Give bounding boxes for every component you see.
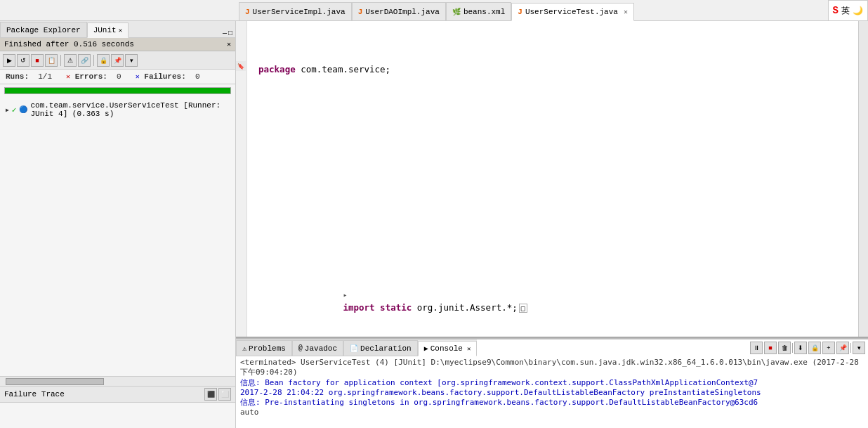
- tab-package-explorer[interactable]: Package Explorer: [0, 22, 87, 37]
- bottom-panel: ⚠ Problems @ Javadoc 📄 Declaration ▶: [236, 337, 868, 428]
- junit-test-tree[interactable]: ▶ ✓ 🔵 com.team.service.UserServiceTest […: [0, 97, 235, 376]
- xml-icon: 🌿: [452, 8, 461, 16]
- junit-progress-bar-fill: [5, 88, 230, 93]
- left-panel: Package Explorer JUnit ✕ — □ Finished af…: [0, 21, 236, 428]
- history-button[interactable]: 📋: [45, 54, 58, 67]
- declaration-label: Declaration: [360, 344, 412, 353]
- code-scroll-area[interactable]: package com.team.service; ▸ impor: [247, 21, 858, 337]
- toolbar-divider: [792, 343, 793, 353]
- tab-javadoc[interactable]: @ Javadoc: [292, 340, 343, 356]
- ime-moon: 🌙: [853, 6, 863, 16]
- left-tab-bar: Package Explorer JUnit ✕ — □: [0, 21, 235, 38]
- console-info-line1: 信息: Bean factory for application context…: [240, 377, 864, 388]
- vertical-scrollbar[interactable]: [858, 21, 868, 337]
- console-btn-pause[interactable]: ⏸: [750, 342, 763, 354]
- javadoc-icon: @: [298, 344, 303, 352]
- tab-declaration[interactable]: 📄 Declaration: [343, 340, 418, 356]
- ime-lang: 英: [841, 5, 850, 17]
- java-icon2: J: [358, 8, 363, 16]
- view-menu-button[interactable]: ▾: [125, 54, 138, 67]
- test-class-icon: 🔵: [19, 105, 27, 114]
- junit-stats: Runs: 1/1 ✕ Errors: 0 ✕ Failures: 0: [0, 70, 235, 84]
- junit-status-text: Finished after 0.516 seconds: [4, 40, 134, 48]
- rerun-button[interactable]: ▶: [3, 54, 15, 67]
- failure-trace-header: Failure Trace ⬛ ⬜: [0, 387, 235, 403]
- console-terminated-line: <terminated> UserServiceTest (4) [JUnit]…: [240, 358, 864, 377]
- junit-close-icon[interactable]: ✕: [119, 27, 122, 34]
- tab-console[interactable]: ▶ Console ✕: [418, 341, 478, 356]
- code-editor: 🔖 package com.team.service;: [236, 21, 868, 337]
- java-icon: J: [245, 8, 250, 16]
- tab-label2: UserDAOImpl.java: [365, 8, 440, 16]
- editor-margin: 🔖: [236, 21, 247, 337]
- fold-marker[interactable]: ▸: [343, 291, 347, 299]
- errors-icon: ✕: [66, 73, 70, 81]
- tab-userserviceimpl[interactable]: J UserServiceImpl.java: [239, 2, 352, 20]
- ime-bar: S 英 🌙: [828, 0, 868, 21]
- bottom-tab-bar: ⚠ Problems @ Javadoc 📄 Declaration ▶: [236, 339, 477, 356]
- console-btn-new-console[interactable]: +: [822, 342, 835, 354]
- problems-label: Problems: [249, 344, 286, 353]
- folded-indicator: □: [519, 304, 527, 313]
- tab-label4: UserServiceTest.java: [525, 8, 618, 16]
- maximize-icon[interactable]: □: [228, 30, 232, 37]
- failures-stat: ✕ Failures: 0: [136, 72, 200, 81]
- console-btn-clear[interactable]: 🗑: [778, 342, 791, 354]
- failure-trace-btn2[interactable]: ⬜: [218, 388, 231, 401]
- console-btn-scroll-end[interactable]: ⬇: [794, 342, 807, 354]
- code-line-blank1: [258, 117, 858, 130]
- tab-label3: beans.xml: [463, 8, 505, 16]
- console-auto-line: auto: [240, 408, 864, 417]
- console-close-icon[interactable]: ✕: [467, 345, 471, 353]
- pin-button[interactable]: 📌: [111, 54, 124, 67]
- console-btn-pin[interactable]: 📌: [836, 342, 849, 354]
- test-pass-icon: ✓: [12, 105, 17, 115]
- horizontal-scrollbar[interactable]: [0, 376, 235, 386]
- problems-icon: ⚠: [242, 344, 246, 353]
- console-btn-menu[interactable]: ▾: [853, 342, 865, 354]
- javadoc-label: Javadoc: [305, 344, 337, 353]
- rerun-failed-button[interactable]: ↺: [17, 54, 29, 67]
- tab-problems[interactable]: ⚠ Problems: [236, 340, 292, 356]
- tab-beansxml[interactable]: 🌿 beans.xml: [446, 2, 511, 20]
- link-editor-button[interactable]: 🔗: [78, 54, 91, 67]
- expand-icon[interactable]: ▶: [6, 107, 9, 113]
- scrollbar-thumb[interactable]: [6, 378, 104, 385]
- console-btn-stop[interactable]: ■: [764, 342, 777, 354]
- console-info-line2: 2017-2-28 21:04:22 org.springframework.b…: [240, 388, 864, 397]
- minimize-icon[interactable]: —: [223, 30, 227, 37]
- scroll-lock-button[interactable]: 🔒: [97, 54, 110, 67]
- console-label: Console: [430, 344, 463, 353]
- tab-userdaoimpl[interactable]: J UserDAOImpl.java: [352, 2, 446, 20]
- runs-stat: Runs: 1/1: [6, 72, 52, 81]
- junit-panel: Finished after 0.516 seconds ✕ ▶ ↺ ■ 📋 ⚠…: [0, 38, 235, 428]
- right-panel: 🔖 package com.team.service;: [236, 21, 868, 428]
- code-line-blank3: [258, 222, 858, 235]
- bookmark-icon: 🔖: [237, 63, 244, 70]
- code-text: package com.team.service; ▸ impor: [247, 21, 858, 337]
- failure-trace-label: Failure Trace: [4, 390, 65, 398]
- failures-icon: ✕: [136, 73, 140, 81]
- tab-junit[interactable]: JUnit ✕: [87, 22, 129, 38]
- tab-userservicetest[interactable]: J UserServiceTest.java ✕: [511, 3, 634, 21]
- tab-label: UserServiceImpl.java: [253, 8, 346, 16]
- junit-tree-item[interactable]: ▶ ✓ 🔵 com.team.service.UserServiceTest […: [3, 100, 232, 119]
- stop-button[interactable]: ■: [31, 54, 44, 67]
- package-explorer-label: Package Explorer: [6, 26, 81, 34]
- junit-status-close[interactable]: ✕: [227, 40, 231, 48]
- failure-trace-btn1[interactable]: ⬛: [204, 388, 217, 401]
- console-output: <terminated> UserServiceTest (4) [JUnit]…: [236, 356, 868, 428]
- console-btn-scroll-lock[interactable]: 🔒: [808, 342, 821, 354]
- failure-trace-toolbar: ⬛ ⬜: [204, 388, 231, 401]
- java-icon3: J: [518, 8, 522, 16]
- console-icon: ▶: [424, 344, 428, 353]
- tree-item-label: com.team.service.UserServiceTest [Runner…: [30, 101, 230, 118]
- code-line-import: ▸ import static org.junit.Assert.*;□: [258, 275, 858, 328]
- tab-close-icon[interactable]: ✕: [624, 8, 628, 16]
- junit-status-bar: Finished after 0.516 seconds ✕: [0, 38, 235, 51]
- console-info-line3: 信息: Pre-instantiating singletons in org.…: [240, 397, 864, 408]
- console-toolbar: ⏸ ■ 🗑 ⬇ 🔒 + 📌 ▾: [747, 342, 868, 354]
- show-failures-button[interactable]: ⚠: [64, 54, 77, 67]
- ime-icon: S: [833, 5, 839, 16]
- code-line-1: package com.team.service;: [258, 63, 858, 77]
